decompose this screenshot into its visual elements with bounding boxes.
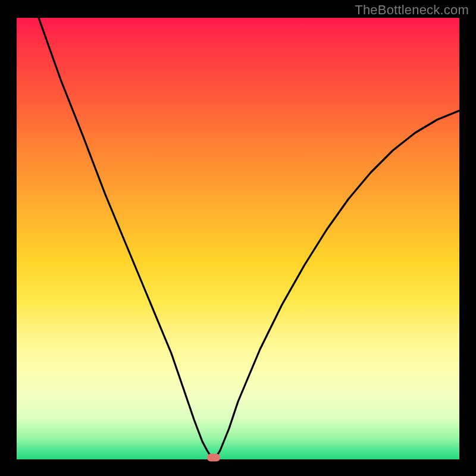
minimum-marker [207, 454, 220, 462]
curve-path [39, 18, 459, 457]
chart-frame: TheBottleneck.com [0, 0, 476, 476]
watermark-text: TheBottleneck.com [355, 2, 469, 18]
bottleneck-curve [17, 18, 459, 459]
plot-area [17, 18, 459, 459]
